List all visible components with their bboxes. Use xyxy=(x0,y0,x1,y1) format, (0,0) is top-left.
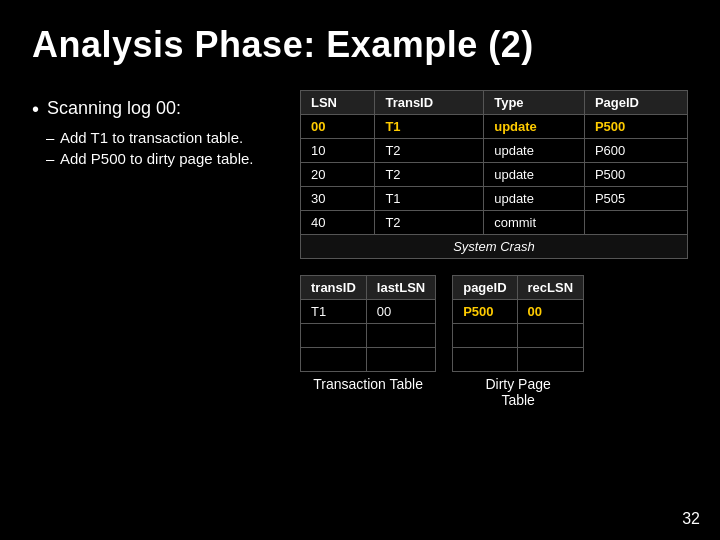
bullet-dot: • xyxy=(32,98,39,121)
log-cell-lsn-0: 00 xyxy=(301,115,375,139)
log-cell-pageid-3: P505 xyxy=(584,187,687,211)
log-header-type: Type xyxy=(484,91,585,115)
dirty-cell-pageid-0: P500 xyxy=(453,300,517,324)
content-area: • Scanning log 00: Add T1 to transaction… xyxy=(32,90,688,524)
log-cell-type-4: commit xyxy=(484,211,585,235)
log-row-4: 40 T2 commit xyxy=(301,211,688,235)
log-row-1: 10 T2 update P600 xyxy=(301,139,688,163)
log-cell-type-1: update xyxy=(484,139,585,163)
log-cell-pageid-4 xyxy=(584,211,687,235)
dirty-cell-reclsn-1 xyxy=(517,324,584,348)
dirty-cell-reclsn-0: 00 xyxy=(517,300,584,324)
log-cell-transid-2: T2 xyxy=(375,163,484,187)
trans-cell-lastlsn-0: 00 xyxy=(366,300,435,324)
log-cell-lsn-3: 30 xyxy=(301,187,375,211)
trans-cell-lastlsn-1 xyxy=(366,324,435,348)
trans-header-id: transID xyxy=(301,276,367,300)
trans-header-lastlsn: lastLSN xyxy=(366,276,435,300)
log-cell-lsn-4: 40 xyxy=(301,211,375,235)
dirty-page-table: pageID recLSN P500 00 xyxy=(452,275,584,372)
log-row-0: 00 T1 update P500 xyxy=(301,115,688,139)
trans-cell-id-0: T1 xyxy=(301,300,367,324)
bottom-tables: transID lastLSN T1 00 xyxy=(300,275,688,408)
log-header-transid: TransID xyxy=(375,91,484,115)
sub-item-1: Add T1 to transaction table. xyxy=(48,129,272,146)
log-cell-type-2: update xyxy=(484,163,585,187)
log-header-pageid: PageID xyxy=(584,91,687,115)
log-cell-transid-3: T1 xyxy=(375,187,484,211)
trans-cell-id-1 xyxy=(301,324,367,348)
dirty-cell-pageid-1 xyxy=(453,324,517,348)
sub-item-2: Add P500 to dirty page table. xyxy=(48,150,272,167)
transaction-table-label: Transaction Table xyxy=(313,376,423,392)
trans-row-0: T1 00 xyxy=(301,300,436,324)
system-crash-text: System Crash xyxy=(301,235,688,259)
log-cell-type-3: update xyxy=(484,187,585,211)
log-cell-pageid-1: P600 xyxy=(584,139,687,163)
log-cell-lsn-1: 10 xyxy=(301,139,375,163)
transaction-table-wrapper: transID lastLSN T1 00 xyxy=(300,275,436,392)
dirty-cell-pageid-2 xyxy=(453,348,517,372)
trans-row-1 xyxy=(301,324,436,348)
sub-list: Add T1 to transaction table. Add P500 to… xyxy=(48,129,272,171)
dirty-page-table-wrapper: pageID recLSN P500 00 xyxy=(452,275,584,408)
log-cell-pageid-2: P500 xyxy=(584,163,687,187)
page-number: 32 xyxy=(682,510,700,528)
left-panel: • Scanning log 00: Add T1 to transaction… xyxy=(32,90,272,524)
log-cell-pageid-0: P500 xyxy=(584,115,687,139)
dirty-row-0: P500 00 xyxy=(453,300,584,324)
dirty-row-2 xyxy=(453,348,584,372)
log-cell-transid-1: T2 xyxy=(375,139,484,163)
log-header-lsn: LSN xyxy=(301,91,375,115)
trans-cell-id-2 xyxy=(301,348,367,372)
dirty-cell-reclsn-2 xyxy=(517,348,584,372)
dirty-page-table-label: Dirty PageTable xyxy=(485,376,550,408)
transaction-table: transID lastLSN T1 00 xyxy=(300,275,436,372)
trans-row-2 xyxy=(301,348,436,372)
bullet-main: • Scanning log 00: xyxy=(32,98,272,121)
dirty-header-reclsn: recLSN xyxy=(517,276,584,300)
log-cell-transid-4: T2 xyxy=(375,211,484,235)
bullet-text: Scanning log 00: xyxy=(47,98,181,119)
log-cell-lsn-2: 20 xyxy=(301,163,375,187)
log-cell-transid-0: T1 xyxy=(375,115,484,139)
trans-cell-lastlsn-2 xyxy=(366,348,435,372)
right-panel: LSN TransID Type PageID 00 T1 update P50… xyxy=(300,90,688,524)
log-table: LSN TransID Type PageID 00 T1 update P50… xyxy=(300,90,688,259)
dirty-header-pageid: pageID xyxy=(453,276,517,300)
log-row-2: 20 T2 update P500 xyxy=(301,163,688,187)
log-cell-type-0: update xyxy=(484,115,585,139)
log-row-3: 30 T1 update P505 xyxy=(301,187,688,211)
page-title: Analysis Phase: Example (2) xyxy=(32,24,688,66)
system-crash-row: System Crash xyxy=(301,235,688,259)
main-page: Analysis Phase: Example (2) • Scanning l… xyxy=(0,0,720,540)
dirty-row-1 xyxy=(453,324,584,348)
